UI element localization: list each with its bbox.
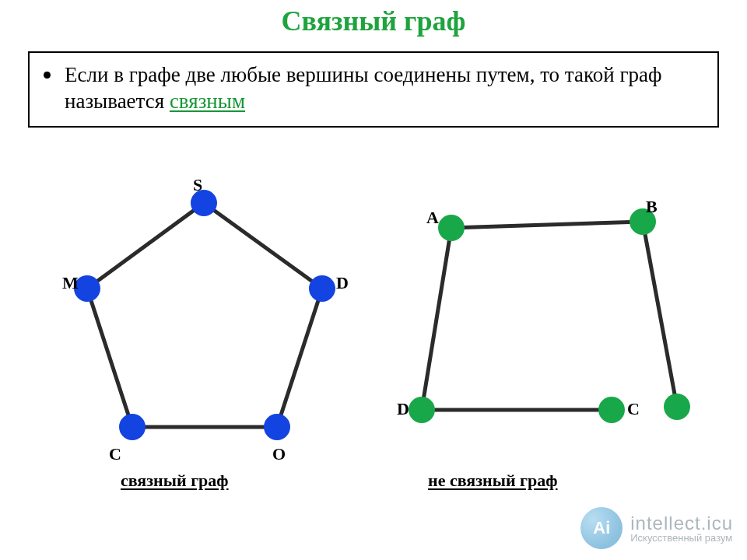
watermark-badge-icon: Аі xyxy=(580,507,622,549)
definition-box: Если в графе две любые вершины соединены… xyxy=(28,51,719,128)
vertex-label-connected-M: M xyxy=(62,273,79,293)
graph-edge xyxy=(87,203,204,289)
vertex-label-connected-D: D xyxy=(336,273,349,293)
bullet-icon xyxy=(44,72,51,79)
graph-node-disconnected-D xyxy=(409,397,435,423)
watermark: Аі intellect.icu Искусственный разум xyxy=(580,507,733,549)
graph-edge xyxy=(277,289,322,427)
graph-node-connected-D xyxy=(309,275,335,302)
graph-node-connected-C xyxy=(119,414,146,440)
vertex-label-connected-S: S xyxy=(193,175,202,195)
graph-edge xyxy=(87,289,132,427)
graph-edge xyxy=(451,222,643,228)
vertex-label-connected-C: C xyxy=(109,444,121,464)
definition-term: связным xyxy=(170,89,245,113)
graph-node-disconnected-E xyxy=(664,394,690,420)
caption-connected: связный граф xyxy=(121,471,229,491)
graph-node-connected-O xyxy=(264,414,290,440)
page-title: Связный граф xyxy=(0,0,747,37)
graph-edge xyxy=(422,228,451,410)
vertex-label-disconnected-C: C xyxy=(627,399,640,419)
vertex-label-disconnected-A: A xyxy=(426,208,439,228)
vertex-label-connected-O: O xyxy=(272,444,286,464)
definition-prefix: Если в графе две любые вершины соединены… xyxy=(65,63,661,113)
watermark-sub: Искусственный разум xyxy=(630,533,733,544)
diagrams-area: SDOCMABCD связный граф не связный граф xyxy=(0,159,747,494)
graph-edge xyxy=(204,203,322,289)
graph-node-disconnected-C xyxy=(598,397,625,423)
watermark-main: intellect.icu xyxy=(630,513,733,533)
vertex-label-disconnected-D: D xyxy=(397,399,409,419)
graph-node-disconnected-A xyxy=(438,215,465,241)
graph-edge xyxy=(643,222,677,407)
vertex-label-disconnected-B: B xyxy=(646,197,658,217)
caption-disconnected: не связный граф xyxy=(428,471,558,491)
definition-text: Если в графе две любые вершины соединены… xyxy=(65,62,703,115)
